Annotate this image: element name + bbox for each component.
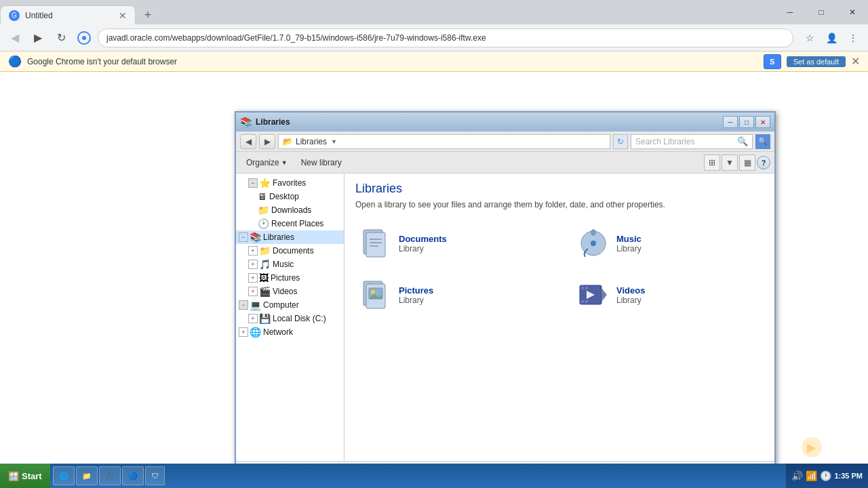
tree-item-computer[interactable]: − 💻 Computer	[236, 298, 344, 312]
browser-tab[interactable]: G Untitled ✕	[0, 5, 136, 24]
pictures-library-name: Pictures	[399, 285, 433, 296]
svg-marker-16	[601, 288, 607, 302]
tree-panel: − ⭐ Favorites 🖥 Desktop 📁 Downloads	[236, 174, 344, 461]
taskbar-chrome-button[interactable]: 🔵	[122, 466, 144, 485]
documents-library-item[interactable]: Documents Library	[355, 223, 546, 264]
dropdown-arrow-icon[interactable]: ▼	[331, 138, 337, 145]
explorer-search-bar[interactable]: Search Libraries 🔍	[631, 134, 753, 149]
start-button[interactable]: 🪟 Start	[0, 464, 50, 488]
tab-close-button[interactable]: ✕	[119, 10, 127, 21]
svg-rect-3	[366, 232, 385, 257]
taskbar-shield-button[interactable]: 🛡	[145, 466, 165, 485]
address-input[interactable]	[98, 28, 793, 47]
back-button[interactable]: ◀	[5, 28, 24, 47]
explorer-refresh-button[interactable]: ↻	[613, 134, 628, 149]
explorer-back-button[interactable]: ◀	[240, 134, 256, 149]
volume-icon[interactable]: 🔊	[791, 470, 803, 481]
taskbar: 🪟 Start 🌐 📁 🎵 🔵 🛡 🔊 📶 🕐	[0, 464, 868, 488]
local-disk-icon: 💾	[259, 313, 271, 324]
libraries-icon: 📚	[250, 232, 261, 243]
tree-item-videos[interactable]: + 🎬 Videos	[236, 285, 344, 298]
svg-rect-21	[585, 300, 588, 303]
tree-item-favorites[interactable]: − ⭐ Favorites	[236, 176, 344, 190]
tree-item-documents[interactable]: + 📁 Documents	[236, 244, 344, 258]
anyrun-watermark: ANY ▶ RUN	[764, 437, 861, 458]
user-button[interactable]: 👤	[822, 28, 841, 47]
downloads-icon: 📁	[258, 205, 269, 216]
local-disk-expand-button[interactable]: +	[248, 314, 258, 323]
explorer-minimize-button[interactable]: ─	[723, 116, 738, 128]
tree-item-downloads[interactable]: 📁 Downloads	[236, 203, 344, 217]
taskbar-ie-button[interactable]: 🌐	[53, 466, 75, 485]
explorer-address-bar[interactable]: 📂 Libraries ▼	[278, 134, 610, 149]
local-disk-label: Local Disk (C:)	[273, 314, 326, 323]
network-expand-button[interactable]: +	[239, 327, 248, 337]
music-library-item[interactable]: Music Library	[573, 223, 764, 264]
views-dropdown-button[interactable]: ⊞	[704, 155, 720, 171]
new-library-button[interactable]: New library	[295, 155, 348, 171]
content-description: Open a library to see your files and arr…	[355, 200, 764, 209]
documents-label: Documents	[273, 246, 314, 256]
new-tab-button[interactable]: +	[138, 5, 157, 24]
set-default-button[interactable]: Set as default	[787, 56, 846, 67]
svg-rect-18	[581, 287, 584, 289]
view-controls: ⊞ ▼ ▦ ?	[704, 155, 770, 171]
tree-item-network[interactable]: + 🌐 Network	[236, 325, 344, 339]
libraries-collapse-button[interactable]: −	[239, 232, 248, 242]
explorer-maximize-button[interactable]: □	[739, 116, 754, 128]
refresh-button[interactable]: ↻	[52, 28, 71, 47]
ie-icon: 🌐	[59, 472, 68, 481]
pictures-expand-button[interactable]: +	[248, 273, 258, 283]
tree-item-pictures[interactable]: + 🖼 Pictures	[236, 271, 344, 285]
watermark-run-text: RUN	[825, 439, 861, 456]
new-library-label: New library	[301, 158, 342, 167]
explorer-body: − ⭐ Favorites 🖥 Desktop 📁 Downloads	[236, 174, 774, 461]
info-bar: 🔵 Google Chrome isn't your default brows…	[0, 52, 868, 72]
windows-logo-icon: 🪟	[8, 471, 19, 481]
taskbar-media-button[interactable]: 🎵	[99, 466, 121, 485]
minimize-button[interactable]: ─	[774, 0, 806, 24]
videos-library-type: Library	[616, 296, 645, 305]
favorites-collapse-button[interactable]: −	[248, 178, 258, 188]
videos-library-item[interactable]: Videos Library	[573, 274, 764, 315]
explorer-window-controls: ─ □ ✕	[723, 116, 770, 128]
explorer-close-button[interactable]: ✕	[755, 116, 770, 128]
music-expand-button[interactable]: +	[248, 260, 258, 269]
pictures-library-item[interactable]: Pictures Library	[355, 274, 546, 315]
taskbar-explorer-button[interactable]: 📁	[76, 466, 98, 485]
forward-button[interactable]: ▶	[28, 28, 47, 47]
tree-item-music[interactable]: + 🎵 Music	[236, 258, 344, 271]
tree-item-desktop[interactable]: 🖥 Desktop	[236, 190, 344, 203]
explorer-search-button[interactable]: 🔍	[755, 134, 770, 149]
explorer-nav-bar: ◀ ▶ 📂 Libraries ▼ ↻ Search Libraries 🔍 🔍	[236, 131, 774, 152]
network-label: Network	[263, 327, 293, 337]
shield-icon[interactable]: S	[764, 54, 781, 69]
chrome-taskbar-icon: 🔵	[128, 472, 138, 481]
videos-expand-button[interactable]: +	[248, 287, 258, 296]
start-label: Start	[22, 471, 42, 481]
explorer-forward-button[interactable]: ▶	[259, 134, 275, 149]
menu-button[interactable]: ⋮	[844, 28, 863, 47]
preview-pane-button[interactable]: ▦	[739, 155, 755, 171]
organize-button[interactable]: Organize ▼	[240, 155, 294, 171]
bookmark-button[interactable]: ☆	[800, 28, 819, 47]
tree-item-recent-places[interactable]: 🕐 Recent Places	[236, 217, 344, 230]
taskbar-items: 🌐 📁 🎵 🔵 🛡	[50, 466, 787, 485]
maximize-button[interactable]: □	[806, 0, 837, 24]
close-button[interactable]: ✕	[837, 0, 868, 24]
info-bar-close-button[interactable]: ✕	[851, 55, 860, 68]
computer-collapse-button[interactable]: −	[239, 300, 248, 310]
documents-expand-button[interactable]: +	[248, 246, 258, 256]
tree-item-libraries[interactable]: − 📚 Libraries	[236, 230, 344, 244]
location-text: Libraries	[296, 137, 327, 146]
views-arrow-button[interactable]: ▼	[722, 155, 738, 171]
tree-item-local-disk[interactable]: + 💾 Local Disk (C:)	[236, 312, 344, 325]
network-tray-icon[interactable]: 📶	[806, 470, 817, 481]
pictures-library-info: Pictures Library	[399, 285, 433, 305]
documents-library-name: Documents	[399, 234, 447, 244]
music-library-type: Library	[616, 244, 642, 253]
downloads-label: Downloads	[271, 205, 311, 215]
browser-content: 📚 Libraries ─ □ ✕ ◀ ▶ 📂 Libraries ▼ ↻	[0, 72, 868, 488]
chrome-window: G Untitled ✕ + ─ □ ✕ ◀ ▶ ↻ ☆ 👤 ⋮ 🔵 Googl…	[0, 0, 868, 488]
help-button[interactable]: ?	[757, 156, 770, 169]
